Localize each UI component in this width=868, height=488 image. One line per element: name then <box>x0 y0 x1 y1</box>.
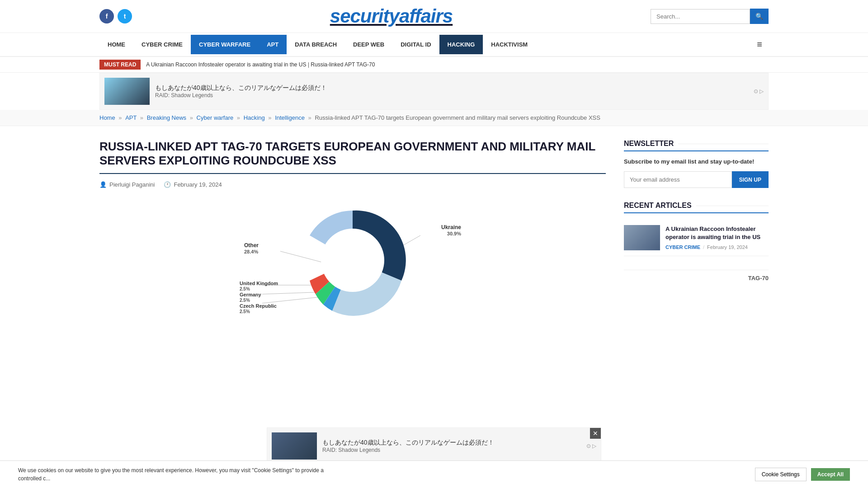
nav-cyber-warfare[interactable]: CYBER WARFARE <box>191 35 259 54</box>
logo-part2: affairs <box>399 5 453 27</box>
recent-article-category[interactable]: CYBER CRIME <box>665 244 700 250</box>
nav-cyber-crime[interactable]: CYBER CRIME <box>133 35 191 54</box>
breadcrumb: Home » APT » Breaking News » Cyber warfa… <box>0 110 868 126</box>
recent-article-date: February 19, 2024 <box>707 244 748 250</box>
breadcrumb-cyber-warfare[interactable]: Cyber warfare <box>197 114 234 121</box>
site-header: f t securityaffairs 🔍 <box>0 0 868 33</box>
newsletter-desc: Subscribe to my email list and stay up-t… <box>624 158 769 166</box>
chart-label-uk: United Kingdom 2.5% <box>240 281 278 291</box>
chart-label-germany: Germany 2.5% <box>240 292 261 303</box>
recent-article-item: A Ukrainian Raccoon Infostealer operator… <box>624 220 769 256</box>
newsletter-form: SIGN UP <box>624 171 769 188</box>
must-read-badge: MUST READ <box>99 60 141 70</box>
nav-deep-web[interactable]: DEEP WEB <box>345 35 392 54</box>
recent-article-title[interactable]: A Ukrainian Raccoon Infostealer operator… <box>665 225 769 241</box>
recent-article-info: A Ukrainian Raccoon Infostealer operator… <box>665 225 769 249</box>
ad-banner-top: もしあなたが40歳以上なら、このリアルなゲームは必須だ！ RAID: Shado… <box>99 73 769 110</box>
chart-label-ukraine: Ukraine 30.9% <box>441 224 461 237</box>
social-links: f t <box>99 9 132 23</box>
nav-data-breach[interactable]: DATA BREACH <box>287 35 345 54</box>
breaking-news-link-2[interactable]: Russia-linked APT TAG-70 <box>311 61 375 68</box>
logo-part1: security <box>330 5 399 27</box>
search-form: 🔍 <box>651 9 769 24</box>
breadcrumb-hacking[interactable]: Hacking <box>244 114 265 121</box>
article-title: RUSSIA-LINKED APT TAG-70 TARGETS EUROPEA… <box>99 140 606 174</box>
ad-image <box>104 78 150 105</box>
tag-label: TAG-70 <box>624 270 769 282</box>
author-icon: 👤 <box>99 181 107 188</box>
breadcrumb-intelligence[interactable]: Intelligence <box>275 114 305 121</box>
logo-text: securityaffairs <box>330 5 453 27</box>
ad-sub-text: RAID: Shadow Legends <box>155 92 327 99</box>
newsletter-email-input[interactable] <box>624 171 732 188</box>
chart-wrapper: Other 28.4% <box>240 197 466 333</box>
recent-articles-title: RECENT ARTICLES <box>624 202 769 213</box>
author-name: Pierluigi Paganini <box>109 181 155 188</box>
article-author: 👤 Pierluigi Paganini <box>99 181 155 188</box>
nav-home[interactable]: HOME <box>99 35 133 54</box>
svg-point-5 <box>321 229 384 292</box>
site-logo[interactable]: securityaffairs <box>132 5 651 27</box>
nav-digital-id[interactable]: DIGITAL ID <box>392 35 439 54</box>
ad-text: もしあなたが40歳以上なら、このリアルなゲームは必須だ！ <box>155 84 327 92</box>
nav-hacking[interactable]: HACKING <box>439 35 483 54</box>
nav-apt[interactable]: APT <box>259 35 287 54</box>
main-container: RUSSIA-LINKED APT TAG-70 TARGETS EUROPEA… <box>0 126 868 355</box>
search-input[interactable] <box>651 9 750 24</box>
search-button[interactable]: 🔍 <box>750 9 769 24</box>
clock-icon: 🕐 <box>164 181 171 188</box>
newsletter-section: NEWSLETTER Subscribe to my email list an… <box>624 140 769 188</box>
newsletter-title: NEWSLETTER <box>624 140 769 151</box>
nav-hacktivism[interactable]: HACKTIVISM <box>483 35 536 54</box>
breadcrumb-home[interactable]: Home <box>99 114 115 121</box>
main-nav: HOME CYBER CRIME CYBER WARFARE APT DATA … <box>0 33 868 57</box>
chart-container: Other 28.4% <box>99 197 606 333</box>
article-meta: 👤 Pierluigi Paganini 🕐 February 19, 2024 <box>99 181 606 188</box>
ad-icons: ⊙ ▷ <box>754 88 764 94</box>
article-date: 🕐 February 19, 2024 <box>164 181 222 188</box>
facebook-icon[interactable]: f <box>99 9 114 23</box>
newsletter-signup-button[interactable]: SIGN UP <box>732 171 769 188</box>
chart-label-czech: Czech Republic 2.5% <box>240 303 277 314</box>
breadcrumb-breaking-news[interactable]: Breaking News <box>147 114 186 121</box>
recent-article-thumbnail <box>624 225 660 250</box>
date-text: February 19, 2024 <box>174 181 222 188</box>
ad-content: もしあなたが40歳以上なら、このリアルなゲームは必須だ！ RAID: Shado… <box>155 84 327 99</box>
breaking-news-text: A Ukrainian Raccoon Infostealer operator… <box>146 61 769 68</box>
twitter-icon[interactable]: t <box>118 9 132 23</box>
recent-article-meta: CYBER CRIME / February 19, 2024 <box>665 244 769 250</box>
sidebar: NEWSLETTER Subscribe to my email list an… <box>624 140 769 342</box>
breaking-news-link-1[interactable]: A Ukrainian Raccoon Infostealer operator… <box>146 61 306 68</box>
article-content: RUSSIA-LINKED APT TAG-70 TARGETS EUROPEA… <box>99 140 606 342</box>
breadcrumb-current: Russia-linked APT TAG-70 targets Europea… <box>315 114 600 121</box>
recent-articles-section: RECENT ARTICLES A Ukrainian Raccoon Info… <box>624 202 769 256</box>
hamburger-menu-icon[interactable]: ≡ <box>750 33 769 56</box>
chart-label-other: Other 28.4% <box>244 242 259 255</box>
donut-chart-svg <box>285 197 420 324</box>
breaking-news-bar: MUST READ A Ukrainian Raccoon Infosteale… <box>0 57 868 73</box>
breadcrumb-apt[interactable]: APT <box>125 114 137 121</box>
